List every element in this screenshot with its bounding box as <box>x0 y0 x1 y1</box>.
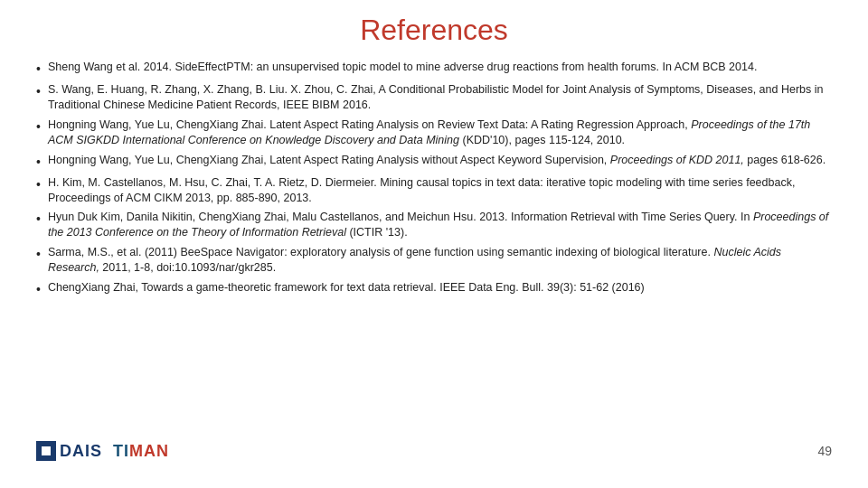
bullet-icon: • <box>36 246 41 263</box>
timan-man: MAN <box>129 442 169 460</box>
ref-text: Hongning Wang, Yue Lu, ChengXiang Zhai. … <box>48 117 832 148</box>
bullet-icon: • <box>36 281 41 298</box>
list-item: •ChengXiang Zhai, Towards a game-theoret… <box>36 280 832 298</box>
ref-text: Sarma, M.S., et al. (2011) BeeSpace Navi… <box>48 245 832 276</box>
list-item: •S. Wang, E. Huang, R. Zhang, X. Zhang, … <box>36 82 832 113</box>
references-list: •Sheng Wang et al. 2014. SideEffectPTM: … <box>36 60 832 436</box>
bullet-icon: • <box>36 154 41 171</box>
list-item: •H. Kim, M. Castellanos, M. Hsu, C. Zhai… <box>36 175 832 206</box>
list-item: •Sarma, M.S., et al. (2011) BeeSpace Nav… <box>36 245 832 276</box>
bullet-icon: • <box>36 211 41 228</box>
ref-text: ChengXiang Zhai, Towards a game-theoreti… <box>48 280 832 296</box>
bullet-icon: • <box>36 176 41 193</box>
dais-logo-text: DAIS <box>60 442 102 461</box>
page-container: References •Sheng Wang et al. 2014. Side… <box>0 0 868 488</box>
list-item: •Hongning Wang, Yue Lu, ChengXiang Zhai,… <box>36 153 832 171</box>
list-item: •Sheng Wang et al. 2014. SideEffectPTM: … <box>36 60 832 78</box>
dais-logo: DAIS <box>36 441 102 461</box>
bullet-icon: • <box>36 118 41 136</box>
logo-box-inner <box>42 446 51 455</box>
ref-text: Hyun Duk Kim, Danila Nikitin, ChengXiang… <box>48 210 832 240</box>
footer-logos: DAIS TIMAN <box>36 441 169 461</box>
ref-text: Sheng Wang et al. 2014. SideEffectPTM: a… <box>48 60 832 75</box>
list-item: •Hyun Duk Kim, Danila Nikitin, ChengXian… <box>36 210 832 240</box>
ref-text: Hongning Wang, Yue Lu, ChengXiang Zhai, … <box>48 153 832 168</box>
page-number: 49 <box>817 444 832 458</box>
footer: DAIS TIMAN 49 <box>36 441 832 461</box>
list-item: •Hongning Wang, Yue Lu, ChengXiang Zhai.… <box>36 117 832 148</box>
bullet-icon: • <box>36 83 41 100</box>
logo-box-icon <box>36 441 56 461</box>
page-title: References <box>36 13 832 47</box>
ref-text: H. Kim, M. Castellanos, M. Hsu, C. Zhai,… <box>48 175 832 206</box>
ref-text: S. Wang, E. Huang, R. Zhang, X. Zhang, B… <box>48 82 832 113</box>
timan-ti: TI <box>113 442 129 460</box>
bullet-icon: • <box>36 61 41 78</box>
timan-logo: TIMAN <box>113 442 169 461</box>
